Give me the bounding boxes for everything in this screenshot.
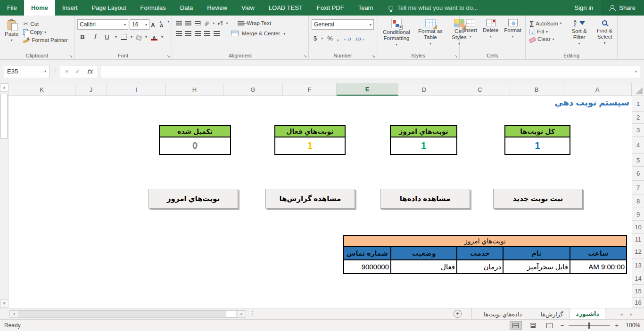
fill-button[interactable]: Fill ▾ xyxy=(528,28,564,35)
zoom-slider-thumb[interactable] xyxy=(588,323,590,329)
copy-button[interactable]: Copy ▾ xyxy=(21,28,69,36)
insert-function-icon[interactable]: fx xyxy=(87,68,93,75)
orientation-icon[interactable]: ab xyxy=(203,19,211,27)
align-bottom-icon[interactable] xyxy=(195,21,201,25)
fill-color-icon[interactable] xyxy=(136,35,142,40)
merge-center-dropdown-icon[interactable]: ▾ xyxy=(283,32,285,36)
paste-dropdown-icon[interactable]: ▾ xyxy=(11,38,13,42)
currency-format-button[interactable]: $ xyxy=(314,35,317,42)
row-header-7[interactable]: 7 xyxy=(632,181,644,194)
paste-button[interactable]: Paste ▾ xyxy=(2,17,21,44)
tell-me-box[interactable]: Tell me what you want to do... xyxy=(388,0,567,16)
number-dialog-launcher[interactable]: ↘ xyxy=(372,54,375,58)
increase-font-icon[interactable] xyxy=(151,21,158,28)
alignment-dialog-launcher[interactable]: ↘ xyxy=(303,54,307,58)
format-painter-button[interactable]: Format Painter xyxy=(21,36,69,44)
tab-file[interactable]: File xyxy=(0,0,24,16)
select-all-corner[interactable] xyxy=(632,83,644,96)
column-header-G[interactable]: G xyxy=(223,83,283,96)
button-new-appointment[interactable]: ثبت نوبت جديد xyxy=(493,189,583,209)
row-header-11[interactable]: 11 xyxy=(632,234,644,245)
orientation-dropdown-icon[interactable]: ▾ xyxy=(213,21,215,25)
view-page-layout-button[interactable] xyxy=(527,321,539,330)
column-header-K[interactable]: K xyxy=(8,83,75,96)
zoom-slider[interactable] xyxy=(569,325,610,326)
scroll-down-icon[interactable]: ▼ xyxy=(0,299,8,308)
font-dialog-launcher[interactable]: ↘ xyxy=(166,54,170,58)
font-name-select[interactable]: Calibri ▾ xyxy=(77,19,128,30)
format-as-table-button[interactable]: Format as Table ▾ xyxy=(414,17,447,52)
button-todays-appointments[interactable]: نوبت‌هاي امروز xyxy=(149,189,238,209)
delete-cells-button[interactable]: Delete ▾ xyxy=(480,17,501,52)
share-button[interactable]: Share xyxy=(601,0,644,16)
sheet-tab-reports[interactable]: گزارش‌ها xyxy=(534,308,570,320)
zoom-in-icon[interactable]: + xyxy=(615,322,619,329)
column-header-H[interactable]: H xyxy=(166,83,223,96)
sheet-nav-left-icon[interactable]: ◂ xyxy=(620,311,623,317)
fill-color-dropdown-icon[interactable]: ▾ xyxy=(145,35,147,39)
zoom-out-icon[interactable]: − xyxy=(561,322,564,329)
column-header-F[interactable]: F xyxy=(283,83,337,96)
align-center-icon[interactable] xyxy=(185,31,191,36)
scroll-left-icon[interactable]: ◂ xyxy=(10,311,18,317)
row-header-16[interactable]: 16 xyxy=(632,298,644,307)
font-color-icon[interactable] xyxy=(151,33,157,40)
sheet-tab-appointments-data[interactable]: داده‌هاي نوبت‌ها xyxy=(471,308,534,320)
tab-insert[interactable]: Insert xyxy=(55,0,85,16)
clipboard-dialog-launcher[interactable]: ↘ xyxy=(69,54,73,58)
styles-dialog-launcher[interactable]: ↘ xyxy=(454,54,458,58)
percent-format-button[interactable]: % xyxy=(327,35,333,42)
zoom-level[interactable]: 100% xyxy=(623,322,640,329)
column-header-I[interactable]: I xyxy=(107,83,166,96)
sheet-nav-right-icon[interactable]: ▸ xyxy=(630,311,633,317)
merge-center-label[interactable]: Merge & Center xyxy=(242,31,280,36)
row-header-13[interactable]: 13 xyxy=(632,258,644,272)
column-header-J[interactable]: J xyxy=(75,83,107,96)
font-size-select[interactable]: 16 ▾ xyxy=(130,19,149,30)
tab-review[interactable]: Review xyxy=(200,0,234,16)
formula-bar-expand-icon[interactable]: ▾ xyxy=(635,69,637,74)
row-header-5[interactable]: 5 xyxy=(632,154,644,167)
scroll-up-icon[interactable]: ▲ xyxy=(0,83,8,92)
row-header-3[interactable]: 3 xyxy=(632,124,644,137)
tab-load-test[interactable]: LOAD TEST xyxy=(262,0,310,16)
clear-button[interactable]: Clear ▾ xyxy=(528,35,564,43)
insert-cells-button[interactable]: Insert ▾ xyxy=(461,17,480,52)
sort-filter-button[interactable]: Sort & Filter ▾ xyxy=(567,17,592,52)
add-sheet-button[interactable]: + xyxy=(454,310,462,318)
vertical-scroll-thumb[interactable] xyxy=(0,94,8,139)
align-top-icon[interactable] xyxy=(176,21,182,25)
button-view-reports[interactable]: مشاهده گزارش‌ها xyxy=(265,189,355,209)
column-header-A[interactable]: A xyxy=(563,83,632,96)
decrease-indent-icon[interactable] xyxy=(214,31,220,36)
row-header-2[interactable]: 2 xyxy=(632,112,644,124)
wrap-text-label[interactable]: Wrap Text xyxy=(247,20,271,26)
row-header-12[interactable]: 12 xyxy=(632,245,644,258)
name-box[interactable]: E35 ▾ xyxy=(4,65,50,78)
row-header-10[interactable]: 10 xyxy=(632,221,644,234)
horizontal-scroll-thumb[interactable] xyxy=(226,311,236,317)
tab-data[interactable]: Data xyxy=(173,0,200,16)
comma-format-button[interactable]: , xyxy=(337,35,339,42)
row-header-8[interactable]: 8 xyxy=(632,194,644,208)
sheet-tab-dashboard[interactable]: داشبورد xyxy=(570,308,605,320)
tab-home[interactable]: Home xyxy=(24,0,55,16)
horizontal-scrollbar[interactable]: ◂ ▸ xyxy=(9,310,246,318)
bold-button[interactable]: B xyxy=(78,33,87,40)
align-left-icon[interactable] xyxy=(176,31,182,36)
align-middle-icon[interactable] xyxy=(185,21,191,25)
autosum-button[interactable]: ∑ AutoSum ▾ xyxy=(528,19,564,28)
conditional-formatting-button[interactable]: Conditional Formatting ▾ xyxy=(379,17,414,52)
row-header-9[interactable]: 9 xyxy=(632,208,644,221)
underline-dropdown-icon[interactable]: ▾ xyxy=(115,35,117,39)
row-header-1[interactable]: 1 xyxy=(632,96,644,112)
align-right-icon[interactable] xyxy=(195,31,201,36)
name-box-dropdown-icon[interactable]: ▾ xyxy=(44,69,46,73)
borders-dropdown-icon[interactable]: ▾ xyxy=(131,35,132,39)
row-header-4[interactable]: 4 xyxy=(632,137,644,154)
decrease-decimal-icon[interactable] xyxy=(355,34,365,42)
format-cells-button[interactable]: Format ▾ xyxy=(501,17,524,52)
column-header-E[interactable]: E xyxy=(337,83,398,96)
number-format-select[interactable]: General ▾ xyxy=(312,19,374,30)
column-header-B[interactable]: B xyxy=(510,83,563,96)
